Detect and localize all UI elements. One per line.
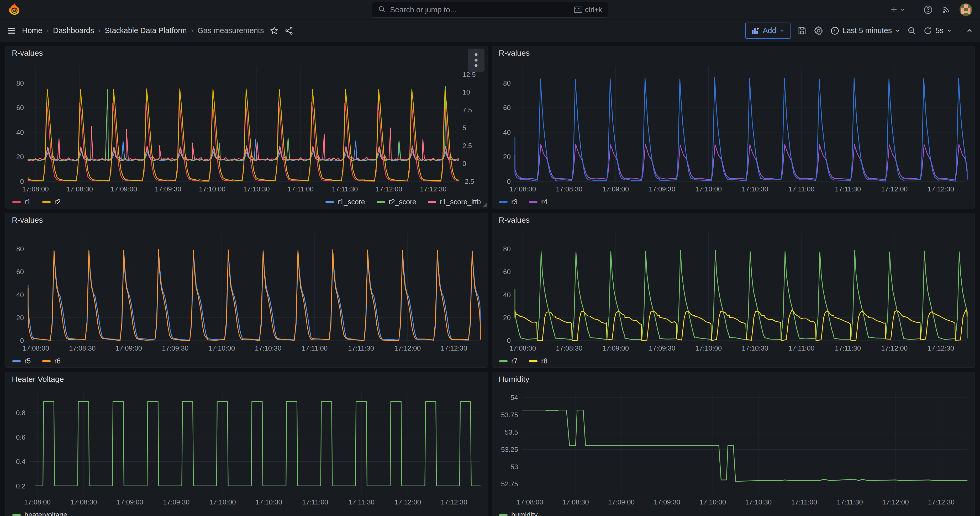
- timeseries-chart[interactable]: 17:08:0017:08:3017:09:0017:09:3017:10:00…: [492, 60, 975, 195]
- svg-text:17:09:30: 17:09:30: [654, 498, 680, 506]
- add-panel-button[interactable]: Add: [745, 22, 791, 39]
- refresh-interval-label: 5s: [935, 26, 943, 35]
- share-button[interactable]: [285, 26, 293, 35]
- svg-text:17:12:30: 17:12:30: [928, 185, 954, 193]
- panel-resize-handle[interactable]: [482, 203, 487, 207]
- svg-text:0.4: 0.4: [16, 458, 25, 466]
- chevron-down-icon: [895, 28, 900, 33]
- svg-text:17:08:00: 17:08:00: [509, 185, 536, 193]
- svg-text:12.5: 12.5: [463, 71, 476, 78]
- legend-swatch: [499, 201, 508, 203]
- legend-item[interactable]: r5: [12, 355, 31, 367]
- panel-r-values-4: R-values 17:08:0017:08:3017:09:0017:09:3…: [492, 213, 975, 368]
- svg-text:52.75: 52.75: [501, 480, 518, 488]
- chevron-right-icon: ›: [46, 27, 49, 35]
- dashboard-settings-button[interactable]: [814, 26, 824, 36]
- svg-text:7.5: 7.5: [463, 106, 472, 114]
- refresh-icon: [923, 26, 932, 35]
- avatar[interactable]: [959, 3, 972, 16]
- legend-item[interactable]: r6: [42, 355, 60, 367]
- svg-text:17:08:00: 17:08:00: [509, 344, 536, 352]
- legend-swatch: [529, 201, 538, 203]
- svg-text:17:10:30: 17:10:30: [256, 498, 282, 506]
- legend-item[interactable]: r1: [12, 196, 31, 208]
- chevron-down-icon: [900, 7, 905, 12]
- timeseries-chart[interactable]: 17:08:0017:08:3017:09:0017:09:3017:10:00…: [5, 227, 488, 354]
- legend-item[interactable]: r8: [529, 355, 547, 367]
- svg-text:17:11:00: 17:11:00: [302, 344, 328, 352]
- global-search[interactable]: ctrl+k: [372, 2, 608, 18]
- star-icon: [270, 26, 279, 35]
- breadcrumb-home[interactable]: Home: [22, 26, 42, 35]
- save-dashboard-button[interactable]: [797, 26, 807, 35]
- news-button[interactable]: [942, 5, 951, 14]
- breadcrumb-folder[interactable]: Stackable Data Platform: [105, 26, 187, 35]
- time-range-picker[interactable]: Last 5 minutes: [830, 26, 900, 35]
- legend-label: r5: [24, 357, 31, 365]
- svg-text:20: 20: [16, 314, 24, 322]
- legend-item[interactable]: r1_score: [325, 196, 365, 208]
- timeseries-chart[interactable]: 17:08:0017:08:3017:09:0017:09:3017:10:00…: [492, 227, 975, 354]
- favorite-button[interactable]: [270, 26, 279, 35]
- svg-text:60: 60: [503, 104, 511, 111]
- chart-legend: r7r8: [492, 354, 975, 367]
- breadcrumb-current: Gas measurements: [197, 26, 264, 35]
- chart-legend: r1r2r1_scorer2_scorer1_score_lttb: [5, 195, 488, 208]
- svg-text:0.2: 0.2: [16, 482, 25, 490]
- svg-text:17:09:30: 17:09:30: [649, 185, 675, 193]
- timeseries-chart[interactable]: 17:08:0017:08:3017:09:0017:09:3017:10:00…: [5, 60, 488, 195]
- search-input[interactable]: [390, 5, 570, 14]
- add-panel-label: Add: [763, 26, 776, 35]
- panel-title[interactable]: Humidity: [499, 375, 529, 384]
- save-icon: [797, 26, 807, 35]
- svg-text:17:11:30: 17:11:30: [835, 344, 861, 352]
- svg-text:17:08:00: 17:08:00: [517, 498, 543, 506]
- chevron-down-icon: [947, 28, 952, 33]
- svg-text:0: 0: [463, 160, 466, 167]
- legend-item[interactable]: r4: [529, 196, 547, 208]
- legend-item[interactable]: r2_score: [377, 196, 416, 208]
- legend-item[interactable]: r7: [499, 355, 517, 367]
- panel-title[interactable]: Heater Voltage: [12, 375, 64, 384]
- svg-text:17:11:30: 17:11:30: [835, 185, 861, 193]
- svg-text:20: 20: [503, 153, 511, 161]
- legend-label: r3: [511, 198, 517, 206]
- svg-text:17:10:00: 17:10:00: [209, 498, 236, 506]
- legend-item[interactable]: r1_score_lttb: [428, 196, 481, 208]
- legend-item[interactable]: r2: [42, 196, 60, 208]
- legend-item[interactable]: r3: [499, 196, 517, 208]
- svg-text:0: 0: [507, 177, 511, 185]
- menu-toggle-button[interactable]: [7, 26, 16, 35]
- timeseries-chart[interactable]: 17:08:0017:08:3017:09:0017:09:3017:10:00…: [5, 386, 488, 508]
- chevron-right-icon: ›: [98, 27, 100, 35]
- svg-text:53.75: 53.75: [501, 411, 518, 419]
- legend-item[interactable]: heatervoltage: [12, 509, 67, 516]
- svg-text:17:11:30: 17:11:30: [348, 344, 374, 352]
- refresh-picker[interactable]: 5s: [923, 26, 952, 35]
- new-menu-button[interactable]: [890, 6, 905, 14]
- breadcrumb-dashboards[interactable]: Dashboards: [53, 26, 94, 35]
- help-button[interactable]: [923, 5, 933, 14]
- add-panel-icon: [751, 27, 760, 35]
- divider: [914, 4, 915, 16]
- legend-swatch: [42, 201, 51, 203]
- panel-menu-button[interactable]: [468, 49, 485, 72]
- help-icon: [923, 5, 933, 14]
- collapse-toolbar-button[interactable]: [966, 27, 973, 34]
- legend-item[interactable]: humidity: [499, 509, 538, 516]
- svg-text:60: 60: [503, 268, 511, 276]
- svg-text:17:10:00: 17:10:00: [695, 344, 722, 352]
- panel-title[interactable]: R-values: [499, 216, 530, 225]
- svg-text:17:10:30: 17:10:30: [243, 185, 270, 193]
- svg-text:17:12:00: 17:12:00: [881, 344, 908, 352]
- svg-text:17:12:30: 17:12:30: [928, 344, 954, 352]
- svg-text:17:10:00: 17:10:00: [208, 344, 235, 352]
- search-shortcut: ctrl+k: [574, 6, 602, 14]
- svg-text:40: 40: [16, 128, 24, 136]
- panel-title[interactable]: R-values: [499, 49, 530, 57]
- timeseries-chart[interactable]: 17:08:0017:08:3017:09:0017:09:3017:10:00…: [492, 386, 975, 508]
- zoom-out-button[interactable]: [907, 26, 916, 35]
- panel-title[interactable]: R-values: [12, 216, 43, 225]
- grafana-logo[interactable]: [8, 3, 21, 17]
- panel-title[interactable]: R-values: [12, 49, 43, 57]
